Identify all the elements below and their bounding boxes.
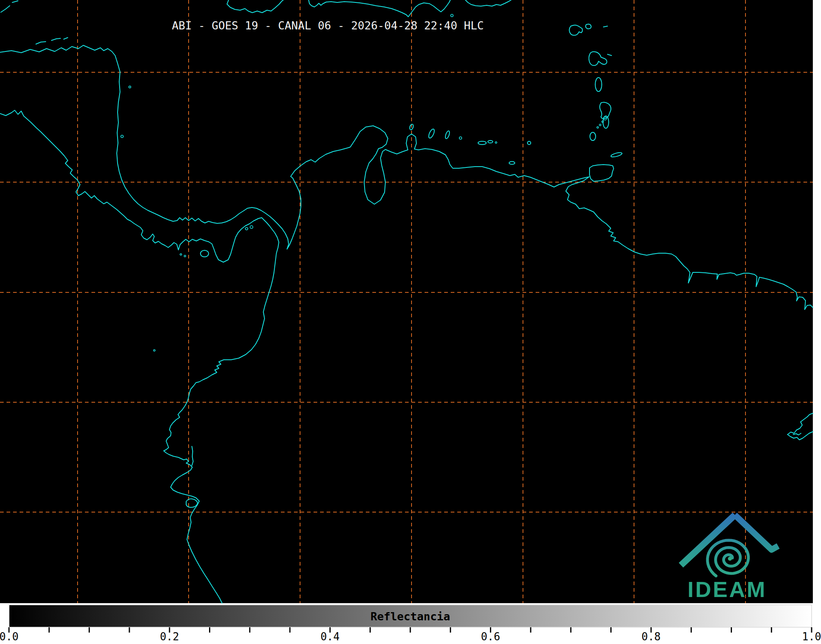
map-background <box>0 0 821 603</box>
map-right-margin <box>813 0 821 603</box>
colorbar-tick-label: 0.8 <box>641 631 661 643</box>
colorbar-tick-label: 0.0 <box>0 631 18 643</box>
logo-spiral-eye-icon <box>728 557 732 561</box>
colorbar-tick-label: 0.6 <box>481 631 500 643</box>
colorbar-tick-label: 1.0 <box>802 631 821 643</box>
logo-wordmark: IDEAM <box>688 577 767 602</box>
colorbar-tick-label: 0.2 <box>160 631 179 643</box>
goes-satellite-map: ABI - GOES 19 - CANAL 06 - 2026-04-28 22… <box>0 0 821 644</box>
image-title: ABI - GOES 19 - CANAL 06 - 2026-04-28 22… <box>172 19 484 32</box>
colorbar-ticks <box>9 627 812 633</box>
colorbar-title: Reflectancia <box>370 610 450 623</box>
satellite-product-view: ABI - GOES 19 - CANAL 06 - 2026-04-28 22… <box>0 0 821 644</box>
colorbar-tick-label: 0.4 <box>320 631 340 643</box>
